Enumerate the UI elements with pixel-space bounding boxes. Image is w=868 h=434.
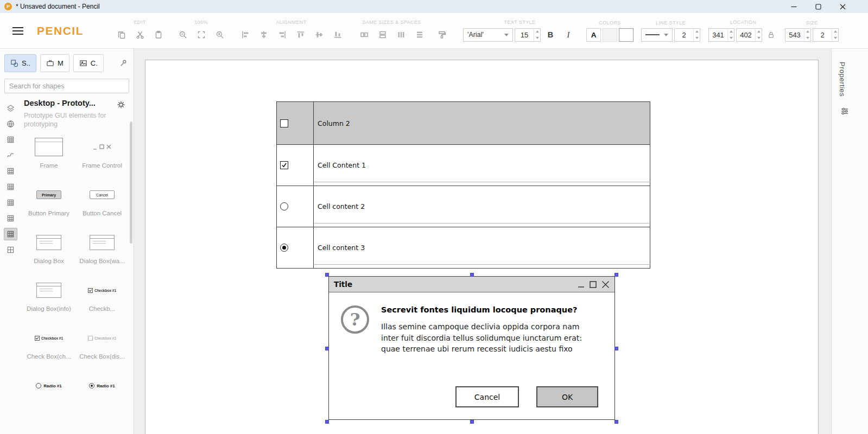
- shape-button-primary[interactable]: Primary Button Primary: [24, 184, 74, 218]
- same-height-button[interactable]: [374, 28, 391, 42]
- tab-cliparts[interactable]: C.: [73, 54, 104, 72]
- minimize-icon: [791, 4, 797, 10]
- align-middle-button[interactable]: [311, 28, 327, 42]
- fill-color-swatch[interactable]: [603, 28, 617, 42]
- distribute-horizontal-button[interactable]: [392, 28, 409, 42]
- collection-grid-2[interactable]: [4, 165, 17, 177]
- mock-dialog[interactable]: Title ? Secrevit fontes liquidum locoque…: [328, 276, 615, 420]
- collection-web[interactable]: [4, 118, 17, 130]
- properties-settings-button[interactable]: [838, 105, 851, 117]
- cut-button[interactable]: [131, 28, 148, 42]
- shape-dialog-box-info[interactable]: Dialog Box(info): [24, 279, 74, 313]
- zoom-out-button[interactable]: [174, 28, 191, 42]
- zoom-fit-button[interactable]: [193, 28, 210, 42]
- header-checkbox[interactable]: [280, 119, 288, 127]
- align-center-button[interactable]: [255, 28, 272, 42]
- size-width-input[interactable]: [785, 29, 804, 41]
- collection-grid-6[interactable]: [4, 244, 17, 256]
- size-height-stepper[interactable]: [813, 28, 839, 42]
- shape-grid: Frame Frame Control Primary Button Prima…: [24, 136, 127, 409]
- collection-sketchy[interactable]: [4, 149, 17, 162]
- collection-grid-5[interactable]: [4, 212, 17, 225]
- document-page[interactable]: Column 2 Cell Content 1 Cell content 2: [145, 60, 819, 434]
- maximize-button[interactable]: [806, 0, 831, 13]
- line-weight-stepper[interactable]: [674, 28, 700, 42]
- pin-sidebar-button[interactable]: [117, 58, 129, 69]
- resize-handle[interactable]: [325, 347, 329, 350]
- size-width-stepper[interactable]: [785, 28, 811, 42]
- properties-tab[interactable]: Properties: [838, 62, 846, 97]
- dialog-selection[interactable]: Title ? Secrevit fontes liquidum locoque…: [327, 275, 616, 422]
- collection-grid-1[interactable]: [4, 133, 17, 146]
- align-bottom-button[interactable]: [329, 28, 346, 42]
- table-row[interactable]: Cell content 3: [277, 227, 650, 268]
- shape-dialog-box-warning[interactable]: Dialog Box(wa...: [77, 232, 127, 265]
- italic-button[interactable]: I: [560, 28, 576, 42]
- shape-button-cancel[interactable]: Cancel Button Cancel: [77, 184, 127, 218]
- collection-desktop-prototyping[interactable]: [4, 228, 17, 240]
- collection-settings-button[interactable]: [115, 99, 127, 111]
- resize-handle[interactable]: [614, 420, 618, 424]
- size-height-input[interactable]: [813, 29, 832, 41]
- font-size-up-icon[interactable]: [534, 29, 540, 35]
- table-row[interactable]: Cell Content 1: [277, 144, 650, 186]
- shape-search-input[interactable]: [4, 79, 129, 93]
- resize-handle[interactable]: [325, 420, 329, 424]
- font-size-down-icon[interactable]: [534, 35, 540, 41]
- shape-radio-checked[interactable]: Radio #1: [77, 375, 127, 409]
- line-style-select[interactable]: [641, 28, 673, 42]
- tab-shapes[interactable]: S..: [4, 54, 36, 72]
- dialog-titlebar[interactable]: Title: [329, 277, 614, 292]
- shape-dialog-box[interactable]: Dialog Box: [24, 232, 74, 265]
- resize-handle[interactable]: [470, 273, 474, 277]
- tab-my-stuff[interactable]: M: [40, 54, 69, 72]
- resize-handle[interactable]: [614, 347, 618, 350]
- location-y-input[interactable]: [737, 29, 755, 41]
- zoom-in-button[interactable]: [211, 28, 228, 42]
- copy-button[interactable]: [113, 28, 130, 42]
- mock-table[interactable]: Column 2 Cell Content 1 Cell content 2: [276, 101, 650, 269]
- resize-handle[interactable]: [325, 273, 329, 277]
- line-weight-input[interactable]: [675, 29, 693, 41]
- row-checkbox-checked[interactable]: [280, 161, 288, 169]
- resize-handle[interactable]: [470, 420, 474, 424]
- table-header-row[interactable]: Column 2: [277, 102, 650, 144]
- bold-button[interactable]: B: [542, 28, 559, 42]
- font-family-select[interactable]: 'Arial': [463, 28, 513, 42]
- resize-handle[interactable]: [614, 273, 618, 277]
- font-size-stepper[interactable]: [515, 28, 541, 42]
- palette-scrollbar[interactable]: [130, 122, 132, 244]
- same-width-button[interactable]: [356, 28, 372, 42]
- align-right-button[interactable]: [274, 28, 290, 42]
- location-y-stepper[interactable]: [736, 28, 762, 42]
- row-radio-checked[interactable]: [280, 244, 288, 252]
- shape-frame[interactable]: Frame: [24, 136, 74, 170]
- location-x-input[interactable]: [709, 29, 727, 41]
- canvas-area[interactable]: Column 2 Cell Content 1 Cell content 2: [134, 49, 831, 434]
- close-button[interactable]: [831, 0, 855, 13]
- align-left-button[interactable]: [237, 28, 254, 42]
- row-radio-unchecked[interactable]: [280, 202, 288, 210]
- collection-common-shapes[interactable]: [4, 102, 17, 114]
- distribute-vertical-button[interactable]: [411, 28, 428, 42]
- stroke-color-swatch[interactable]: [619, 28, 633, 42]
- font-size-input[interactable]: [515, 29, 534, 41]
- shape-frame-control[interactable]: Frame Control: [77, 136, 127, 170]
- collection-grid-4[interactable]: [4, 196, 17, 209]
- menu-button[interactable]: [5, 20, 30, 42]
- font-color-button[interactable]: A: [586, 28, 601, 42]
- dialog-ok-button[interactable]: OK: [536, 386, 598, 407]
- paste-button[interactable]: [150, 28, 167, 42]
- dialog-cancel-button[interactable]: Cancel: [455, 386, 519, 407]
- minimize-button[interactable]: [782, 0, 806, 13]
- location-x-stepper[interactable]: [708, 28, 734, 42]
- shape-checkbox[interactable]: Checkbox #1 Checkb...: [77, 279, 127, 313]
- shape-checkbox-disabled[interactable]: Checkbox #1 Check Box(dis...: [77, 327, 127, 361]
- shape-checkbox-checked[interactable]: Checkbox #1 Check Box(ch...: [24, 327, 74, 361]
- table-row[interactable]: Cell content 2: [277, 186, 650, 227]
- align-top-button[interactable]: [292, 28, 309, 42]
- shape-radio[interactable]: Radio #1: [24, 375, 74, 409]
- format-painter-button[interactable]: [433, 28, 450, 42]
- lock-ratio-button[interactable]: [764, 28, 778, 42]
- collection-grid-3[interactable]: [4, 181, 17, 193]
